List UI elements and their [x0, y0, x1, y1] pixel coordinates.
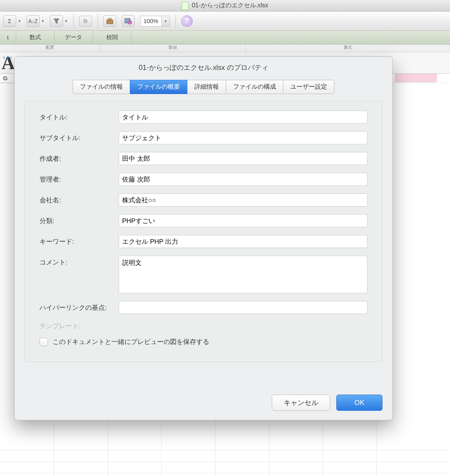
window-title: 01-からっぽのエクセル.xlsx [192, 2, 268, 10]
toolbox-button[interactable] [103, 15, 116, 27]
ribbon-subgroup: 配置 数値 書式 [0, 45, 450, 52]
manager-input[interactable] [119, 173, 367, 186]
media-button[interactable] [122, 15, 135, 27]
cancel-button[interactable]: キャンセル [272, 395, 330, 411]
author-input[interactable] [119, 152, 367, 165]
template-label: テンプレート: [40, 322, 367, 331]
ribbon-tab-0[interactable]: t [0, 31, 16, 44]
sort-button[interactable]: A↓Z ▼ [26, 15, 45, 27]
company-input[interactable] [119, 193, 367, 207]
manager-label: 管理者: [40, 175, 119, 184]
author-label: 作成者: [40, 154, 119, 163]
keywords-label: キーワード: [40, 237, 119, 246]
company-label: 会社名: [40, 196, 119, 205]
help-icon: ? [185, 17, 189, 25]
zoom-dropdown-button[interactable]: ▾ [161, 16, 170, 26]
toolbar: Σ ▼ A↓Z ▼ ▼ fx [0, 12, 450, 31]
svg-rect-1 [108, 18, 111, 20]
properties-dialog: 01-からっぽのエクセル.xlsx のプロパティ ファイルの情報 ファイルの概要… [14, 56, 393, 420]
ribbon-group-format: 書式 [246, 45, 450, 52]
subtitle-input[interactable] [119, 131, 367, 144]
funnel-icon [53, 18, 60, 25]
tab-file-summary[interactable]: ファイルの概要 [130, 80, 187, 94]
chevron-down-icon: ▼ [41, 19, 45, 23]
svg-rect-0 [107, 20, 113, 24]
fx-button[interactable]: fx [79, 16, 92, 26]
ribbon-tab-data[interactable]: データ [55, 31, 93, 44]
tab-detail-info[interactable]: 詳細情報 [187, 80, 226, 94]
fx-icon: fx [83, 18, 88, 24]
zoom-value: 100% [141, 18, 161, 24]
subtitle-label: サブタイトル: [40, 134, 119, 142]
separator [175, 14, 176, 28]
svg-point-3 [128, 20, 132, 24]
title-input[interactable] [119, 111, 367, 124]
category-input[interactable] [119, 214, 367, 227]
selected-column-header[interactable] [395, 74, 437, 82]
tab-user-settings[interactable]: ユーザー設定 [283, 80, 334, 94]
category-label: 分類: [40, 217, 119, 225]
chevron-down-icon: ▼ [65, 19, 68, 23]
hyperlink-label: ハイパーリンクの基点: [40, 303, 119, 312]
filter-button[interactable]: ▼ [50, 15, 68, 27]
file-icon [182, 2, 189, 10]
form-panel: タイトル: サブタイトル: 作成者: 管理者: 会社名: 分類: キーワード: [25, 101, 382, 362]
sort-icon: A↓Z [28, 18, 38, 24]
dialog-tabs: ファイルの情報 ファイルの概要 詳細情報 ファイルの構成 ユーザー設定 [15, 80, 392, 94]
ribbon-tabs: t 数式 データ 校閲 [0, 31, 450, 45]
ok-button[interactable]: OK [336, 395, 382, 411]
comment-label: コメント: [40, 256, 119, 267]
separator [98, 14, 98, 28]
ribbon-group-alignment: 配置 [0, 45, 100, 52]
ribbon-tab-formula[interactable]: 数式 [16, 31, 55, 44]
tab-file-info[interactable]: ファイルの情報 [73, 80, 130, 94]
autosum-button[interactable]: Σ ▼ [3, 15, 21, 27]
sigma-icon: Σ [8, 18, 12, 24]
help-button[interactable]: ? [181, 15, 193, 27]
ribbon-group-number: 数値 [100, 45, 246, 52]
zoom-selector[interactable]: 100% ▾ [140, 16, 170, 26]
preview-checkbox[interactable] [40, 338, 48, 346]
title-label: タイトル: [40, 113, 119, 122]
abc-icon: abc [3, 55, 14, 60]
preview-checkbox-label: このドキュメントと一緒にプレビューの図を保存する [53, 337, 209, 346]
separator [73, 14, 74, 28]
media-icon [124, 18, 132, 25]
ribbon-tab-review[interactable]: 校閲 [93, 31, 131, 44]
hyperlink-input[interactable] [119, 301, 367, 314]
keywords-input[interactable] [119, 235, 367, 248]
chevron-down-icon: ▼ [18, 19, 21, 23]
tab-file-structure[interactable]: ファイルの構成 [226, 80, 283, 94]
comment-textarea[interactable] [119, 256, 367, 293]
window-titlebar: 01-からっぽのエクセル.xlsx [0, 0, 450, 12]
dialog-title: 01-からっぽのエクセル.xlsx のプロパティ [15, 57, 392, 80]
toolbox-icon [106, 18, 114, 25]
